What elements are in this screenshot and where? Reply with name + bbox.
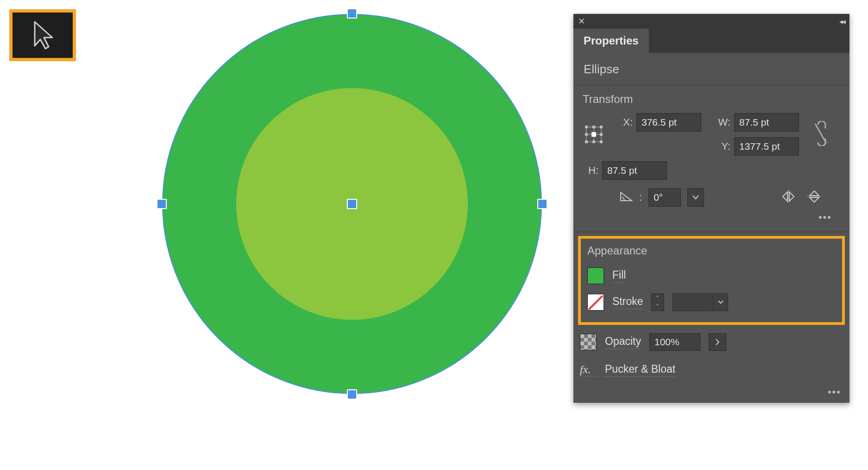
rotate-input[interactable] xyxy=(648,188,681,207)
panel-tabs: Properties xyxy=(573,29,849,53)
x-label: X: xyxy=(617,116,633,128)
opacity-row: Opacity 100% xyxy=(573,327,849,357)
close-icon[interactable]: ✕ xyxy=(578,16,585,26)
stroke-weight-field[interactable] xyxy=(673,293,728,311)
appearance-title: Appearance xyxy=(585,244,837,257)
h-label: H: xyxy=(583,165,598,177)
effect-label[interactable]: Pucker & Bloat xyxy=(605,363,675,377)
section-divider xyxy=(573,232,849,232)
x-input[interactable] xyxy=(636,113,701,132)
tab-properties[interactable]: Properties xyxy=(573,29,649,53)
selection-handle-top[interactable] xyxy=(347,8,357,19)
selection-handle-bottom[interactable] xyxy=(347,389,357,400)
svg-rect-10 xyxy=(600,133,603,136)
fx-icon[interactable]: fx. xyxy=(580,363,597,376)
svg-rect-14 xyxy=(591,132,596,137)
svg-line-15 xyxy=(815,124,826,143)
stroke-weight-stepper[interactable]: ˄ ˅ xyxy=(651,293,664,311)
reference-point-icon[interactable] xyxy=(583,123,605,146)
selection-handle-center[interactable] xyxy=(347,199,357,209)
stroke-swatch-none[interactable] xyxy=(587,294,604,311)
transform-more-icon[interactable]: ••• xyxy=(583,210,840,228)
flip-vertical-icon[interactable] xyxy=(807,190,822,205)
stepper-up-icon[interactable]: ˄ xyxy=(652,294,664,302)
fill-label[interactable]: Fill xyxy=(612,269,626,283)
object-type-label: Ellipse xyxy=(573,53,849,85)
stroke-label[interactable]: Stroke xyxy=(612,295,643,309)
rotate-colon: : xyxy=(639,191,642,203)
opacity-value[interactable]: 100% xyxy=(649,333,700,351)
appearance-more-icon[interactable]: ••• xyxy=(573,385,849,403)
selection-tool-highlight[interactable] xyxy=(9,9,76,61)
opacity-label[interactable]: Opacity xyxy=(605,335,641,349)
y-label: Y: xyxy=(715,140,730,152)
selection-handle-left[interactable] xyxy=(157,199,167,209)
chevron-down-icon[interactable] xyxy=(713,294,728,311)
selection-tool-icon xyxy=(30,19,55,51)
w-input[interactable] xyxy=(734,113,799,132)
svg-rect-7 xyxy=(592,126,595,128)
panel-header: ✕ ◂◂ xyxy=(573,14,849,29)
y-input[interactable] xyxy=(734,137,799,156)
link-wh-icon[interactable] xyxy=(812,121,840,148)
transform-title: Transform xyxy=(583,93,840,106)
fill-row: Fill xyxy=(585,263,837,289)
w-label: W: xyxy=(715,116,730,128)
transform-section: Transform X: xyxy=(573,85,849,232)
svg-rect-9 xyxy=(585,133,588,136)
effect-row: fx. Pucker & Bloat xyxy=(573,357,849,385)
svg-rect-11 xyxy=(585,140,588,143)
selection-handle-right[interactable] xyxy=(537,199,547,209)
svg-rect-13 xyxy=(600,140,603,143)
flip-horizontal-icon[interactable] xyxy=(781,190,796,205)
stroke-row: Stroke ˄ ˅ xyxy=(585,289,837,316)
opacity-expand-icon[interactable] xyxy=(709,333,726,351)
stepper-down-icon[interactable]: ˅ xyxy=(652,302,664,311)
svg-rect-6 xyxy=(585,126,588,128)
appearance-highlight: Appearance Fill Stroke ˄ ˅ xyxy=(578,236,845,325)
collapse-icon[interactable]: ◂◂ xyxy=(839,17,845,26)
svg-rect-8 xyxy=(600,126,603,128)
svg-rect-12 xyxy=(592,140,595,143)
fill-swatch[interactable] xyxy=(587,267,604,284)
properties-panel: ✕ ◂◂ Properties Ellipse Transform xyxy=(573,14,849,403)
canvas[interactable] xyxy=(162,14,542,394)
rotate-dropdown[interactable] xyxy=(687,188,704,207)
opacity-swatch-icon[interactable] xyxy=(580,334,597,350)
angle-icon xyxy=(617,191,633,204)
h-input[interactable] xyxy=(602,161,667,180)
